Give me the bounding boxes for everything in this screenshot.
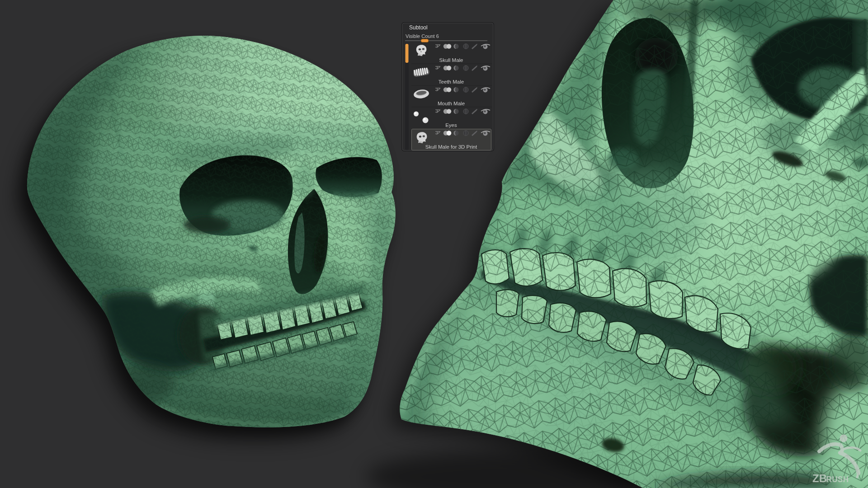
svg-text:Eyes: Eyes bbox=[445, 122, 457, 128]
svg-text:Skull Male for 3D Print: Skull Male for 3D Print bbox=[425, 144, 477, 150]
svg-text:ZB: ZB bbox=[812, 472, 827, 484]
svg-text:Skull Male: Skull Male bbox=[439, 57, 463, 63]
svg-text:Teeth Male: Teeth Male bbox=[439, 79, 464, 84]
svg-text:Subtool: Subtool bbox=[409, 24, 428, 31]
svg-text:Mouth Male: Mouth Male bbox=[438, 101, 465, 106]
svg-text:RUSH: RUSH bbox=[826, 475, 849, 484]
svg-text:Visible Count 6: Visible Count 6 bbox=[406, 33, 439, 39]
